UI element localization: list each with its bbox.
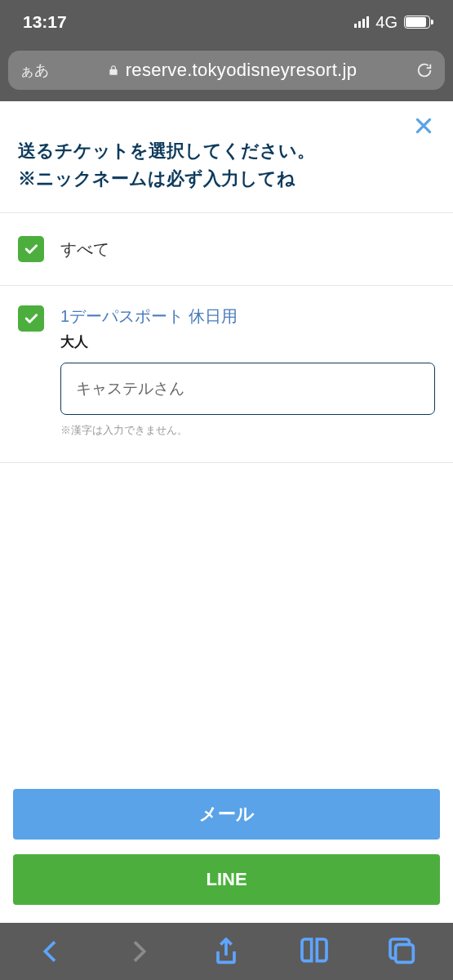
browser-chrome-top: ぁあ reserve.tokyodisneyresort.jp xyxy=(0,46,453,101)
book-icon xyxy=(298,935,331,968)
heading-line-1: 送るチケットを選択してください。 xyxy=(18,137,435,165)
check-icon xyxy=(23,241,39,257)
select-all-label: すべて xyxy=(60,238,109,261)
battery-icon xyxy=(404,16,430,29)
forward-button[interactable] xyxy=(122,935,155,968)
select-all-checkbox[interactable] xyxy=(18,236,44,262)
status-indicators: 4G xyxy=(354,13,430,32)
address-bar[interactable]: ぁあ reserve.tokyodisneyresort.jp xyxy=(8,51,445,90)
close-icon xyxy=(413,115,434,136)
reload-icon[interactable] xyxy=(415,61,433,79)
chevron-right-icon xyxy=(122,935,155,968)
share-button[interactable] xyxy=(210,935,242,968)
ticket-row: 1デーパスポート 休日用 大人 ※漢字は入力できません。 xyxy=(0,286,453,462)
tabs-button[interactable] xyxy=(386,935,419,968)
back-button[interactable] xyxy=(34,935,67,968)
send-line-button[interactable]: LINE xyxy=(13,854,440,905)
close-button[interactable] xyxy=(409,111,438,140)
reader-mode-button[interactable]: ぁあ xyxy=(20,60,49,80)
select-all-row[interactable]: すべて xyxy=(0,213,453,285)
page-content: 送るチケットを選択してください。 ※ニックネームは必ず入力してね すべて 1デー… xyxy=(0,101,453,923)
heading-line-2: ※ニックネームは必ず入力してね xyxy=(18,165,435,193)
send-mail-button[interactable]: メール xyxy=(13,789,440,840)
status-time: 13:17 xyxy=(23,12,67,32)
tabs-icon xyxy=(386,935,419,968)
bookmarks-button[interactable] xyxy=(298,935,331,968)
ticket-body: 1デーパスポート 休日用 大人 ※漢字は入力できません。 xyxy=(60,305,435,438)
browser-chrome-bottom xyxy=(0,923,453,980)
spacer xyxy=(0,463,453,789)
url-display[interactable]: reserve.tokyodisneyresort.jp xyxy=(57,60,407,81)
nickname-input[interactable] xyxy=(60,363,435,415)
network-label: 4G xyxy=(375,13,397,32)
nickname-hint: ※漢字は入力できません。 xyxy=(60,423,435,438)
modal-heading: 送るチケットを選択してください。 ※ニックネームは必ず入力してね xyxy=(18,137,435,193)
signal-icon xyxy=(354,16,369,28)
lock-icon xyxy=(108,63,119,78)
chevron-left-icon xyxy=(34,935,67,968)
share-icon xyxy=(210,935,242,968)
url-text: reserve.tokyodisneyresort.jp xyxy=(126,60,358,81)
svg-rect-0 xyxy=(396,945,414,963)
check-icon xyxy=(23,310,39,327)
ticket-category: 大人 xyxy=(60,332,435,351)
ios-status-bar: 13:17 4G xyxy=(0,0,453,46)
modal-header: 送るチケットを選択してください。 ※ニックネームは必ず入力してね xyxy=(0,101,453,212)
ticket-title: 1デーパスポート 休日用 xyxy=(60,305,435,327)
ticket-checkbox[interactable] xyxy=(18,305,44,332)
action-buttons: メール LINE xyxy=(0,789,453,923)
